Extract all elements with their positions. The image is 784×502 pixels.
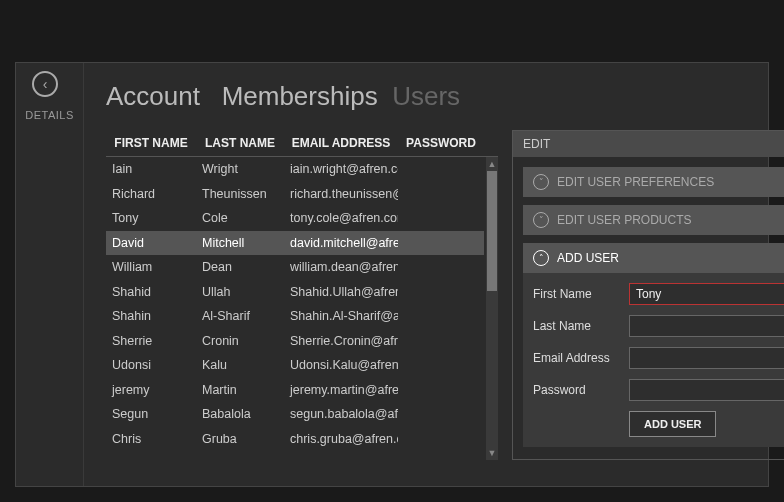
table-cell: tony.cole@afren.cor <box>284 211 398 225</box>
breadcrumb-account[interactable]: Account <box>106 81 200 111</box>
email-field[interactable] <box>629 347 784 369</box>
table-cell: Cronin <box>196 334 284 348</box>
breadcrumb-users: Users <box>392 81 460 111</box>
table-cell: Mitchell <box>196 236 284 250</box>
table-row[interactable]: jeremyMartinjeremy.martin@afre <box>106 378 484 403</box>
table-cell: David <box>106 236 196 250</box>
first-name-field[interactable] <box>629 283 784 305</box>
accordion-products[interactable]: ˅ EDIT USER PRODUCTS <box>523 205 784 235</box>
add-user-button[interactable]: ADD USER <box>629 411 716 437</box>
table-row[interactable]: SherrieCroninSherrie.Cronin@afre <box>106 329 484 354</box>
table-cell: Sherrie.Cronin@afre <box>284 334 398 348</box>
table-cell: chris.gruba@afren.c <box>284 432 398 446</box>
table-cell: Shahin <box>106 309 196 323</box>
table-cell: Shahin.Al-Sharif@afr <box>284 309 398 323</box>
table-cell: Shahid <box>106 285 196 299</box>
table-row[interactable]: ShahidUllahShahid.Ullah@afren. <box>106 280 484 305</box>
table-cell: Kalu <box>196 358 284 372</box>
table-cell: Udonsi <box>106 358 196 372</box>
scroll-down-icon[interactable]: ▼ <box>486 446 498 460</box>
table-row[interactable]: SegunBabalolasegun.babalola@afr <box>106 402 484 427</box>
table-cell: Chris <box>106 432 196 446</box>
table-cell: richard.theunissen@ <box>284 187 398 201</box>
table-cell: Cole <box>196 211 284 225</box>
col-first-name[interactable]: FIRST NAME <box>106 130 196 156</box>
table-cell: Theunissen <box>196 187 284 201</box>
scroll-up-icon[interactable]: ▲ <box>486 157 498 171</box>
table-cell: iain.wright@afren.co <box>284 162 398 176</box>
content-area: Account Memberships Users FIRST NAME LAS… <box>84 63 768 486</box>
table-cell: Sherrie <box>106 334 196 348</box>
chevron-down-icon: ˅ <box>533 174 549 190</box>
table-cell: Gruba <box>196 432 284 446</box>
table-row[interactable]: IainWrightiain.wright@afren.co <box>106 157 484 182</box>
table-cell: segun.babalola@afr <box>284 407 398 421</box>
breadcrumb-memberships[interactable]: Memberships <box>222 81 378 111</box>
table-cell: Al-Sharif <box>196 309 284 323</box>
table-row[interactable]: ChrisGrubachris.gruba@afren.c <box>106 427 484 452</box>
table-cell: Shahid.Ullah@afren. <box>284 285 398 299</box>
table-row[interactable]: TonyColetony.cole@afren.cor <box>106 206 484 231</box>
chevron-up-icon: ˄ <box>533 250 549 266</box>
password-field[interactable] <box>629 379 784 401</box>
table-cell: Dean <box>196 260 284 274</box>
table-row[interactable]: DavidMitchelldavid.mitchell@afre <box>106 231 484 256</box>
chevron-down-icon: ˅ <box>533 212 549 228</box>
users-table: FIRST NAME LAST NAME EMAIL ADDRESS PASSW… <box>106 130 498 460</box>
table-cell: Udonsi.Kalu@afren.c <box>284 358 398 372</box>
table-cell: Martin <box>196 383 284 397</box>
col-last-name[interactable]: LAST NAME <box>196 130 284 156</box>
table-cell: jeremy.martin@afre <box>284 383 398 397</box>
table-cell: Iain <box>106 162 196 176</box>
accordion-preferences[interactable]: ˅ EDIT USER PREFERENCES <box>523 167 784 197</box>
table-cell: Ullah <box>196 285 284 299</box>
col-email[interactable]: EMAIL ADDRESS <box>284 130 398 156</box>
table-row[interactable]: RichardTheunissenrichard.theunissen@ <box>106 182 484 207</box>
table-cell: jeremy <box>106 383 196 397</box>
edit-panel: EDIT ˅ EDIT USER PREFERENCES ˅ EDIT USER… <box>512 130 784 460</box>
table-cell: Richard <box>106 187 196 201</box>
first-name-label: First Name <box>533 287 629 301</box>
edit-panel-title: EDIT <box>513 131 784 157</box>
table-cell: William <box>106 260 196 274</box>
add-user-form: First Name Last Name Email Address <box>523 273 784 447</box>
table-cell: david.mitchell@afre <box>284 236 398 250</box>
last-name-label: Last Name <box>533 319 629 333</box>
sidebar-tab-details[interactable]: DETAILS <box>16 109 83 121</box>
table-body: IainWrightiain.wright@afren.coRichardThe… <box>106 157 498 460</box>
table-header: FIRST NAME LAST NAME EMAIL ADDRESS PASSW… <box>106 130 498 157</box>
accordion-label: EDIT USER PREFERENCES <box>557 175 714 189</box>
table-cell: Tony <box>106 211 196 225</box>
password-label: Password <box>533 383 629 397</box>
table-cell: Segun <box>106 407 196 421</box>
app-window: ‹ DETAILS Account Memberships Users FIRS… <box>15 62 769 487</box>
table-row[interactable]: UdonsiKaluUdonsi.Kalu@afren.c <box>106 353 484 378</box>
back-button[interactable]: ‹ <box>32 71 58 97</box>
col-password[interactable]: PASSWORD <box>398 130 484 156</box>
accordion-label: EDIT USER PRODUCTS <box>557 213 691 227</box>
sidebar: ‹ DETAILS <box>16 63 84 486</box>
table-cell: Babalola <box>196 407 284 421</box>
table-cell: william.dean@afren. <box>284 260 398 274</box>
last-name-field[interactable] <box>629 315 784 337</box>
accordion-add-user[interactable]: ˄ ADD USER <box>523 243 784 273</box>
email-label: Email Address <box>533 351 629 365</box>
accordion-label: ADD USER <box>557 251 619 265</box>
scroll-thumb[interactable] <box>487 171 497 291</box>
chevron-left-icon: ‹ <box>43 76 48 92</box>
table-row[interactable]: WilliamDeanwilliam.dean@afren. <box>106 255 484 280</box>
breadcrumb: Account Memberships Users <box>106 81 758 112</box>
scrollbar: ▲ ▼ <box>486 157 498 460</box>
table-row[interactable]: ShahinAl-SharifShahin.Al-Sharif@afr <box>106 304 484 329</box>
table-cell: Wright <box>196 162 284 176</box>
